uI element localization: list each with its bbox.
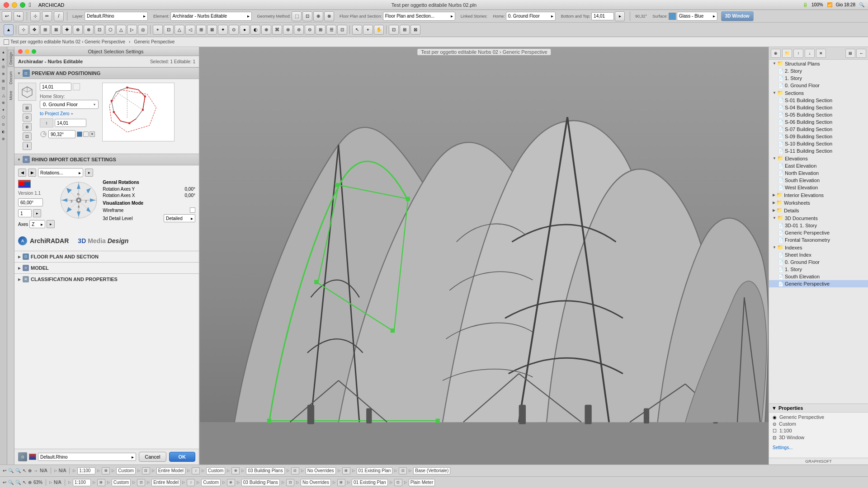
existing-plan-2[interactable]: 01 Existing Plan	[352, 479, 388, 486]
preview-ctrl-2[interactable]: ⊙	[23, 113, 32, 122]
docum-tab[interactable]: Docum	[8, 70, 14, 86]
scale-1[interactable]: 1:100	[77, 467, 95, 474]
status-btn-7[interactable]: ⊡	[399, 467, 407, 474]
rhino-nav-right2[interactable]: ▸	[85, 169, 93, 177]
story-1-item[interactable]: 📄 1. Story	[769, 75, 868, 82]
floor-plan-dropdown[interactable]: Floor Plan and Section... ▸	[383, 12, 455, 21]
gf-index-item[interactable]: 📄 0. Ground Floor	[769, 258, 868, 266]
s-arrow-13[interactable]: ▷	[338, 469, 340, 473]
custom-4[interactable]: Custom	[201, 479, 220, 486]
s11-item[interactable]: 📄 S-11 Building Section	[769, 147, 868, 155]
geo-btn-2[interactable]: ⊡	[302, 11, 312, 21]
s-arrow-4[interactable]: ▷	[112, 469, 114, 473]
s2-btn-2[interactable]: ⊡	[137, 479, 145, 486]
count-up[interactable]: ▸	[33, 209, 41, 217]
custom-2[interactable]: Custom	[206, 467, 225, 474]
value-input-1[interactable]	[40, 83, 71, 91]
wireframe-checkbox[interactable]	[190, 207, 195, 213]
s2-arrow-9[interactable]: ▷	[222, 480, 225, 484]
indexes-folder[interactable]: ▼ 📁 Indexes	[769, 244, 868, 251]
building-plans-2[interactable]: 03 Building Plans	[241, 479, 280, 486]
left-tool-11[interactable]: ⊙	[0, 121, 7, 127]
context-checkbox[interactable]: Test per oggetto editabile Nurbs 02 › Ge…	[4, 39, 125, 45]
s2-btn-1[interactable]: ⊞	[97, 479, 105, 486]
right-new-btn[interactable]: ⊕	[771, 49, 781, 58]
s2-arrow-7[interactable]: ▷	[182, 480, 185, 484]
left-tool-8[interactable]: ⊗	[0, 99, 7, 106]
tool-21[interactable]: ●	[240, 25, 250, 35]
undo-2[interactable]: ↩	[3, 480, 6, 485]
tool-7[interactable]: ⊗	[84, 25, 94, 35]
tool-2[interactable]: ✥	[29, 25, 39, 35]
status-btn-3[interactable]: ↕	[192, 467, 200, 474]
left-tool-1[interactable]: ▲	[0, 49, 7, 55]
rhino-nav-left[interactable]: ◀	[18, 169, 26, 177]
rotations-dropdown[interactable]: Rotations... ▸	[38, 168, 83, 177]
frontal-taxon-item[interactable]: 📄 Frontal Taxonometry	[769, 236, 868, 244]
cursor-tool[interactable]: ↖	[352, 25, 362, 35]
right-up-btn[interactable]: ↑	[793, 49, 803, 58]
s06-item[interactable]: 📄 S-06 Building Section	[769, 118, 868, 126]
s2-arrow-10[interactable]: ▷	[237, 480, 240, 484]
3d-01-item[interactable]: 📄 3D-01 1. Story	[769, 222, 868, 229]
s-arrow-1[interactable]: ▷	[54, 469, 57, 473]
building-plans-1[interactable]: 03 Building Plans	[246, 467, 284, 474]
entire-model-1[interactable]: Entire Model	[156, 467, 185, 474]
s07-item[interactable]: 📄 S-07 Building Section	[769, 126, 868, 133]
rotation-widget[interactable]: n. 2 4 3	[58, 180, 99, 221]
sheet-index-item[interactable]: 📄 Sheet Index	[769, 251, 868, 258]
right-close-btn[interactable]: ✕	[816, 49, 826, 58]
view-btn[interactable]: ⊞	[845, 49, 855, 58]
zoom-2[interactable]: 🔍	[8, 480, 14, 485]
tool-25[interactable]: ⊛	[283, 25, 293, 35]
generic-persp-item[interactable]: 📄 Generic Perspective	[769, 229, 868, 236]
south-elev-item[interactable]: 📄 South Elevation	[769, 177, 868, 184]
left-tool-10[interactable]: ⬡	[0, 114, 7, 120]
plain-meter[interactable]: Plain Meter	[409, 479, 435, 486]
tool-12[interactable]: ◎	[138, 25, 148, 35]
more-tab[interactable]: More	[8, 89, 14, 102]
s2-btn-7[interactable]: ⊡	[394, 479, 402, 486]
left-tool-4[interactable]: ⊕	[0, 70, 7, 77]
value-input-2[interactable]	[55, 119, 86, 127]
zoom-cursor-2[interactable]: ↖	[23, 480, 26, 485]
left-tool-9[interactable]: ✦	[0, 107, 7, 113]
home-dropdown[interactable]: 0. Ground Floor ▸	[506, 12, 556, 21]
zoom-status[interactable]: 🔍	[8, 468, 14, 473]
home-story-dropdown[interactable]: 0. Ground Floor ▾	[40, 100, 99, 109]
angle-chk-3[interactable]: ✕	[90, 131, 95, 137]
s-arrow-16[interactable]: ▷	[409, 469, 411, 473]
s2-btn-4[interactable]: ⊕	[227, 479, 235, 486]
s10-item[interactable]: 📄 S-10 Building Section	[769, 140, 868, 147]
s-arrow-2[interactable]: ▷	[73, 469, 75, 473]
tool-6[interactable]: ⊕	[73, 25, 83, 35]
tool-30[interactable]: ⊡	[337, 25, 347, 35]
s-arrow-8[interactable]: ▷	[202, 469, 204, 473]
s2-arrow-1[interactable]: ▷	[49, 480, 52, 484]
s2-arrow-16[interactable]: ▷	[404, 480, 407, 484]
tool-23[interactable]: ⊕	[261, 25, 271, 35]
tool-20[interactable]: ⊙	[229, 25, 239, 35]
cube-preview[interactable]	[18, 83, 36, 101]
menu-bar[interactable]: ARCHICAD	[38, 2, 64, 8]
zoom-tool[interactable]: ⌖	[363, 25, 373, 35]
no-overrides-1[interactable]: No Overrides	[306, 467, 336, 474]
window-controls[interactable]	[4, 2, 25, 8]
undo-status[interactable]: ↩	[3, 468, 6, 473]
hand-tool[interactable]: ✋	[374, 25, 384, 35]
bottom-top-input[interactable]: 14,01	[591, 12, 614, 20]
design-tab[interactable]: Design	[8, 50, 14, 67]
preview-ctrl-4[interactable]: ⊡	[23, 132, 32, 141]
nav-3[interactable]: ⊕	[28, 480, 32, 485]
detail-dropdown[interactable]: Detailed ▸	[164, 214, 195, 222]
render-tool[interactable]: ⊡	[389, 25, 399, 35]
s09-item[interactable]: 📄 S-09 Building Section	[769, 133, 868, 140]
line-tool[interactable]: /	[54, 11, 64, 21]
existing-plan-1[interactable]: 01 Existing Plan	[357, 467, 393, 474]
nav-tool[interactable]: ⊠	[410, 25, 420, 35]
s-arrow-7[interactable]: ▷	[187, 469, 190, 473]
s-arrow-3[interactable]: ▷	[97, 469, 100, 473]
preview-ctrl-5[interactable]: ℹ	[23, 142, 32, 150]
angle-chk-1[interactable]	[77, 131, 82, 137]
pencil-tool[interactable]: ✏	[42, 11, 52, 21]
